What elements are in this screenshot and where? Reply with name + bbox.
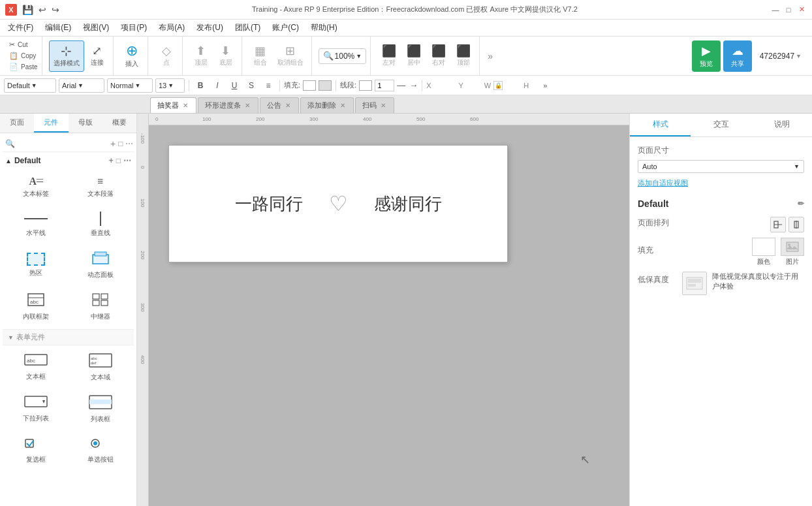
group-button[interactable]: ▦ 组合 xyxy=(249,40,272,72)
project-id[interactable]: 47262947 ▼ xyxy=(755,49,807,63)
style-select[interactable]: Normal ▼ xyxy=(107,78,153,93)
fidelity-toggle[interactable] xyxy=(682,272,707,295)
size-select[interactable]: 13 ▼ xyxy=(155,78,185,93)
tab-addremove[interactable]: 添加删除 ✕ xyxy=(300,97,354,113)
stroke-style-button[interactable]: — xyxy=(397,80,405,90)
widget-dynamic-panel[interactable]: 动态面板 xyxy=(70,245,132,285)
layout-left-button[interactable] xyxy=(770,217,786,232)
tab-notice[interactable]: 公告 ✕ xyxy=(260,97,299,113)
insert-button[interactable]: ⊕ 插入 xyxy=(120,40,144,72)
menu-layout[interactable]: 布局(A) xyxy=(153,20,190,35)
widget-checkbox[interactable]: 复选框 xyxy=(5,432,67,469)
tab-lottory-close[interactable]: ✕ xyxy=(181,102,189,110)
redo-icon[interactable]: ↪ xyxy=(52,5,59,15)
form-section-header[interactable]: ▼ 表单元件 xyxy=(3,329,134,345)
fill-color-button[interactable]: 颜色 xyxy=(752,238,775,266)
menu-project[interactable]: 项目(P) xyxy=(116,20,152,35)
tab-lottory[interactable]: 抽奖器 ✕ xyxy=(150,97,196,113)
align-center-button[interactable]: ⬛ 居中 xyxy=(402,40,426,72)
canvas-area[interactable]: 0 100 200 300 400 500 600 -100 0 100 200… xyxy=(137,114,629,506)
widget-listbox[interactable]: 列表框 xyxy=(70,390,132,429)
undo-icon[interactable]: ↩ xyxy=(39,5,46,15)
right-tab-style[interactable]: 样式 xyxy=(630,114,691,136)
widget-text-label[interactable]: A— 文本标签 xyxy=(5,170,67,204)
paste-button[interactable]: 📄 Paste xyxy=(8,62,39,72)
widget-radio[interactable]: 单选按钮 xyxy=(70,432,132,469)
group-menu-button[interactable]: ⋯ xyxy=(123,156,131,165)
widget-vline[interactable]: 垂直线 xyxy=(70,206,132,243)
nav-tab-outline[interactable]: 概要 xyxy=(102,114,136,133)
save-icon[interactable]: 💾 xyxy=(22,5,33,15)
group-expand-icon[interactable]: ▲ xyxy=(5,157,12,165)
nav-tab-widgets[interactable]: 元件 xyxy=(34,114,68,133)
tab-scan[interactable]: 扫码 ✕ xyxy=(355,97,394,113)
clone-library-button[interactable]: □ xyxy=(118,139,123,148)
page-canvas[interactable]: 一路同行 ♡ 感谢同行 xyxy=(168,145,508,262)
menu-edit[interactable]: 编辑(E) xyxy=(40,20,76,35)
stroke-width-input[interactable] xyxy=(375,80,394,91)
fmt-more-button[interactable]: » xyxy=(543,82,547,89)
nav-tab-pages[interactable]: 页面 xyxy=(0,114,34,133)
widget-text-paragraph[interactable]: ≡ 文本段落 xyxy=(70,170,132,204)
ungroup-button[interactable]: ⊞ 取消组合 xyxy=(273,40,307,72)
align-top-button[interactable]: ⬛ 顶部 xyxy=(452,40,475,72)
zoom-control[interactable]: 🔍 100% ▼ xyxy=(319,48,367,64)
stroke-end-button[interactable]: → xyxy=(409,80,418,90)
fill-color-box[interactable] xyxy=(303,80,316,91)
menu-help[interactable]: 帮助(H) xyxy=(305,20,343,35)
group-add-button[interactable]: + xyxy=(109,156,114,165)
widget-search-input[interactable] xyxy=(18,140,108,148)
add-library-button[interactable]: + xyxy=(110,138,116,149)
lock-aspect-button[interactable]: 🔒 xyxy=(493,81,503,90)
adaptive-view-link[interactable]: 添加自适应视图 xyxy=(638,178,804,188)
library-menu-button[interactable]: ⋯ xyxy=(125,139,133,148)
tab-scan-close[interactable]: ✕ xyxy=(379,102,387,110)
group-copy-button[interactable]: □ xyxy=(116,156,121,165)
widget-hotspot[interactable]: 热区 xyxy=(5,245,67,285)
menu-account[interactable]: 账户(C) xyxy=(267,20,304,35)
widget-textbox[interactable]: abc 文本框 xyxy=(5,348,67,387)
layout-center-button[interactable] xyxy=(789,217,804,232)
font-select[interactable]: Arial ▼ xyxy=(59,78,104,93)
right-tab-interact[interactable]: 交互 xyxy=(691,114,751,136)
menu-file[interactable]: 文件(F) xyxy=(3,20,39,35)
bottom-layer-button[interactable]: ⬇ 底层 xyxy=(214,40,238,72)
point-button[interactable]: ◇ 点 xyxy=(155,40,178,72)
top-layer-button[interactable]: ⬆ 顶层 xyxy=(189,40,213,72)
widget-repeater[interactable]: 中继器 xyxy=(70,287,132,326)
menu-view[interactable]: 视图(V) xyxy=(78,20,114,35)
share-button[interactable]: ☁ 共享 xyxy=(723,40,752,72)
widget-dropdown[interactable]: 下拉列表 xyxy=(5,390,67,429)
menu-team[interactable]: 团队(T) xyxy=(230,20,266,35)
close-button[interactable]: ✕ xyxy=(796,5,807,15)
nav-tab-masters[interactable]: 母版 xyxy=(69,114,102,133)
window-controls[interactable]: — □ ✕ xyxy=(770,5,807,15)
align-left-button[interactable]: ⬛ 左对 xyxy=(377,40,401,72)
stroke-color-box[interactable] xyxy=(359,80,372,91)
menu-publish[interactable]: 发布(U) xyxy=(191,20,228,35)
align-right-button[interactable]: ⬛ 右对 xyxy=(427,40,450,72)
align-text-button[interactable]: ≡ xyxy=(261,78,275,93)
minimize-button[interactable]: — xyxy=(770,5,781,15)
right-tab-notes[interactable]: 说明 xyxy=(751,114,812,136)
widget-hline[interactable]: 水平线 xyxy=(5,206,67,243)
tab-progress-close[interactable]: ✕ xyxy=(243,102,251,110)
italic-button[interactable]: I xyxy=(210,78,225,93)
select-mode-button[interactable]: ⊹ 选择模式 xyxy=(49,40,84,72)
tab-notice-close[interactable]: ✕ xyxy=(284,102,292,110)
preview-button[interactable]: ▶ 预览 xyxy=(692,40,721,72)
widget-inline-frame[interactable]: abc 内联框架 xyxy=(5,287,67,326)
bold-button[interactable]: B xyxy=(193,78,208,93)
page-size-control[interactable]: Auto ▼ xyxy=(638,160,804,173)
connect-button[interactable]: ⤢ 连接 xyxy=(86,40,109,72)
section-edit-icon[interactable]: ✏ xyxy=(798,199,804,208)
fill-image-button[interactable]: 图片 xyxy=(781,238,804,266)
cut-button[interactable]: ✂ Cut xyxy=(8,40,39,50)
maximize-button[interactable]: □ xyxy=(783,5,794,15)
fill-color-box2[interactable] xyxy=(319,80,332,91)
widget-textarea[interactable]: abc def 文本域 xyxy=(70,348,132,387)
tab-progress[interactable]: 环形进度条 ✕ xyxy=(198,97,258,113)
underline-button[interactable]: U xyxy=(227,78,242,93)
copy-button[interactable]: 📋 Copy xyxy=(8,51,39,61)
strikethrough-button[interactable]: S xyxy=(244,78,258,93)
